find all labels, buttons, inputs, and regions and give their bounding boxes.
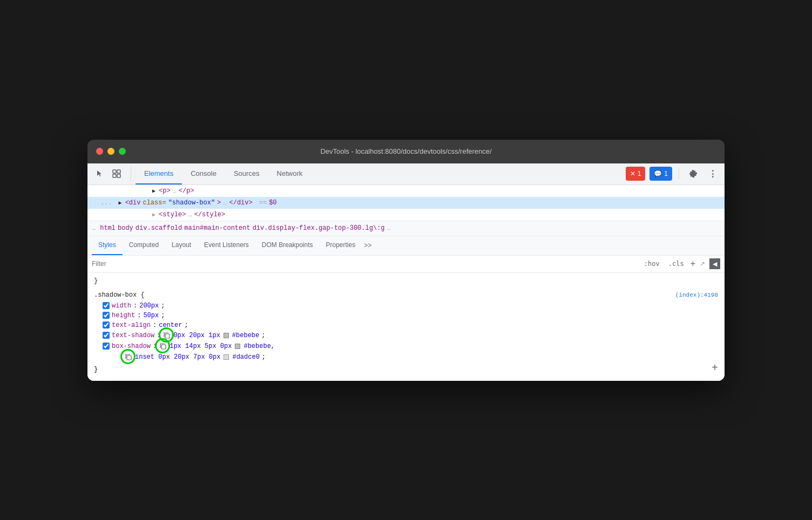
dom-row-shadow-box[interactable]: ... ▶ <div class= "shadow-box" > … </div… <box>87 197 725 209</box>
main-nav: Elements Console Sources Network <box>136 163 311 184</box>
css-prop-text-shadow: text-shadow : 0px 20px 1px #bebebe ; <box>94 330 718 341</box>
styles-tabs: Styles Computed Layout Event Listeners D… <box>87 236 725 256</box>
box-shadow-copy-icon-2[interactable] <box>124 353 133 361</box>
box-shadow-swatch-1[interactable] <box>235 344 240 349</box>
tab-event-listeners[interactable]: Event Listeners <box>198 236 255 255</box>
breadcrumb: … html body div.scaffold main#main-conte… <box>87 221 725 236</box>
tab-properties[interactable]: Properties <box>320 236 362 255</box>
svg-rect-4 <box>165 334 170 338</box>
cls-button[interactable]: .cls <box>666 259 686 269</box>
dom-row-style[interactable]: ▶ <style> … </style> <box>87 209 725 221</box>
bc-main[interactable]: main#main-content <box>184 224 250 232</box>
css-rule-header: .shadow-box { (index):4198 <box>94 291 718 299</box>
settings-icon[interactable] <box>686 166 701 181</box>
maximize-button[interactable] <box>119 148 126 155</box>
text-shadow-copy-icon[interactable] <box>163 331 171 340</box>
more-icon[interactable]: ⋮ <box>705 166 720 181</box>
more-tabs-button[interactable]: >> <box>364 242 371 249</box>
filter-bar: :hov .cls + ↗ ◀ <box>87 256 725 273</box>
close-button[interactable] <box>96 148 103 155</box>
prop-width-checkbox[interactable] <box>103 302 110 309</box>
arrow-3: ▶ <box>152 211 155 218</box>
tab-network[interactable]: Network <box>268 163 312 184</box>
tab-computed[interactable]: Computed <box>123 236 165 255</box>
dom-tree: ▶ <p> … </p> ... ▶ <div class= "shadow-b… <box>87 185 725 221</box>
error-badge[interactable]: ✕ 1 <box>626 167 646 181</box>
bc-body[interactable]: body <box>118 224 133 232</box>
box-shadow-copy-icon-1[interactable] <box>159 342 167 351</box>
add-css-rule-button[interactable]: + <box>712 362 718 374</box>
css-prop-width: width : 200px ; <box>94 301 718 311</box>
inspect-icon[interactable] <box>109 166 124 181</box>
toolbar: Elements Console Sources Network ✕ 1 <box>87 163 725 185</box>
toolbar-icons <box>92 166 131 181</box>
prop-box-shadow-checkbox[interactable] <box>103 343 110 350</box>
filter-actions: :hov .cls + ↗ ◀ <box>642 258 720 269</box>
tab-styles[interactable]: Styles <box>92 236 123 255</box>
collapse-button[interactable]: ◀ <box>709 258 720 269</box>
message-icon: 💬 <box>654 170 662 177</box>
svg-rect-0 <box>113 170 116 173</box>
toolbar-divider <box>679 168 679 179</box>
css-prop-box-shadow: box-shadow : 1px 14px 5px 0px #bebebe, <box>94 341 718 352</box>
tab-sources[interactable]: Sources <box>225 163 268 184</box>
expand-arrow: ▶ <box>152 188 155 194</box>
css-final-closing-brace: } <box>94 362 718 377</box>
css-prop-height: height : 50px ; <box>94 311 718 320</box>
title-bar: DevTools - localhost:8080/docs/devtools/… <box>87 140 725 163</box>
prop-height-checkbox[interactable] <box>103 312 110 319</box>
tab-console[interactable]: Console <box>182 163 225 184</box>
error-icon: ✕ <box>630 170 635 177</box>
prop-text-shadow-checkbox[interactable] <box>103 332 110 339</box>
svg-rect-1 <box>117 170 120 173</box>
expand-arrow-2: ▶ <box>119 200 122 206</box>
minimize-button[interactable] <box>107 148 114 155</box>
toolbar-right: ✕ 1 💬 1 ⋮ <box>626 166 720 181</box>
css-prop-text-align: text-align : center ; <box>94 320 718 330</box>
svg-rect-2 <box>113 174 116 177</box>
devtools-body: Elements Console Sources Network ✕ 1 <box>87 163 725 381</box>
prop-text-align-checkbox[interactable] <box>103 321 110 329</box>
bc-more[interactable]: … <box>387 224 391 232</box>
bc-html[interactable]: html <box>100 224 116 232</box>
svg-rect-3 <box>117 174 120 177</box>
message-badge[interactable]: 💬 1 <box>649 167 672 181</box>
box-shadow-swatch-2[interactable] <box>224 354 229 360</box>
svg-rect-6 <box>127 355 131 360</box>
tab-elements[interactable]: Elements <box>136 163 182 184</box>
css-prev-closing-brace: } <box>94 277 718 285</box>
filter-input[interactable] <box>92 260 642 268</box>
text-shadow-swatch[interactable] <box>224 333 229 338</box>
hov-button[interactable]: :hov <box>642 259 662 269</box>
window-title: DevTools - localhost:8080/docs/devtools/… <box>320 147 491 155</box>
svg-rect-5 <box>161 345 166 349</box>
dom-row-p[interactable]: ▶ <p> … </p> <box>87 185 725 197</box>
css-panel: } .shadow-box { (index):4198 width : 200… <box>87 273 725 381</box>
traffic-lights <box>96 148 126 155</box>
add-rule-button[interactable]: + <box>691 259 695 269</box>
cursor-icon[interactable] <box>92 166 107 181</box>
bc-div-scaffold[interactable]: div.scaffold <box>136 224 182 232</box>
devtools-window: DevTools - localhost:8080/docs/devtools/… <box>87 140 725 381</box>
css-file-link[interactable]: (index):4198 <box>675 292 718 298</box>
tab-dom-breakpoints[interactable]: DOM Breakpoints <box>255 236 320 255</box>
bc-div-flex[interactable]: div.display-flex.gap-top-300.lg\:g <box>253 224 385 232</box>
tab-layout[interactable]: Layout <box>165 236 198 255</box>
css-prop-box-shadow-line2: inset 0px 20px 7px 0px #dadce0 ; <box>94 352 718 362</box>
css-selector: .shadow-box { <box>94 291 145 299</box>
